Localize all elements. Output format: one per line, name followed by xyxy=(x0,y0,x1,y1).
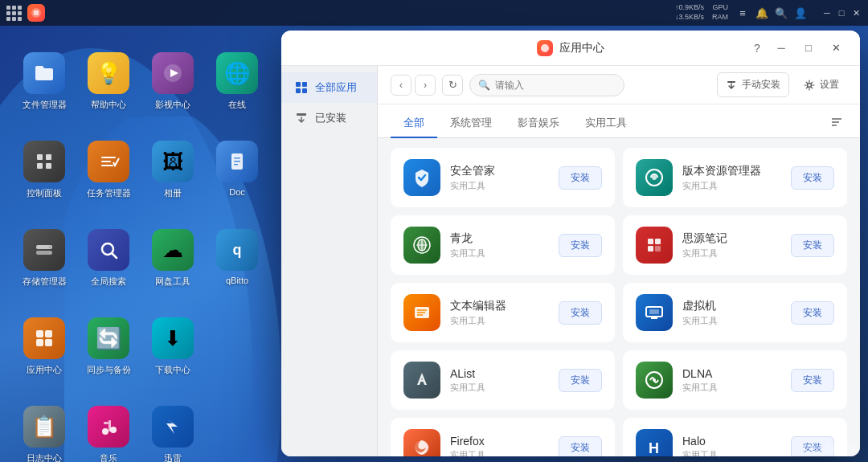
tab-system[interactable]: 系统管理 xyxy=(437,109,505,138)
maximize-main[interactable]: □ xyxy=(836,7,847,18)
tab-all[interactable]: 全部 xyxy=(391,109,437,138)
desktop-icon-search[interactable]: 全局搜索 xyxy=(76,221,141,309)
dlna-install-btn[interactable]: 安装 xyxy=(791,369,834,392)
security-icon xyxy=(403,159,440,196)
storage-icon xyxy=(23,229,65,271)
xunlei-label: 迅雷 xyxy=(164,452,182,462)
svg-rect-33 xyxy=(727,81,735,83)
desktop-icon-xunlei[interactable]: 迅雷 xyxy=(141,398,205,462)
watermark: 值 什么值得买 xyxy=(803,444,858,456)
security-install-btn[interactable]: 安装 xyxy=(559,166,602,190)
sidebar-item-installed[interactable]: 已安装 xyxy=(281,103,377,133)
app-row-2: 青龙 实用工具 安装 xyxy=(391,215,847,275)
desktop-icon-help[interactable]: 💡 帮助中心 xyxy=(76,44,141,133)
svg-rect-12 xyxy=(234,164,238,166)
desktop-icon-appcenter[interactable]: 应用中心 xyxy=(12,309,76,398)
desktop-icon-photos[interactable]: 🖼 相册 xyxy=(141,133,205,221)
svg-rect-7 xyxy=(101,161,111,162)
alist-install-btn[interactable]: 安装 xyxy=(559,369,602,392)
desktop-icon-video[interactable]: 影视中心 xyxy=(141,44,205,133)
sidebar: 全部应用 已安装 xyxy=(281,66,378,456)
desktop-icon-storage[interactable]: 存储管理器 xyxy=(12,221,76,309)
photos-label: 相册 xyxy=(164,187,182,199)
taskbar-app-icon[interactable] xyxy=(27,4,45,22)
desktop-icon-online[interactable]: 🌐 在线 xyxy=(205,44,269,133)
network-stats: ↑0.9KB/s ↓3.5KB/s xyxy=(675,3,704,22)
desktop-icons-grid: 文件管理器 💡 帮助中心 影视中心 🌐 在线 控制面板 xyxy=(0,32,289,462)
tab-media[interactable]: 影音娱乐 xyxy=(505,109,572,138)
taskbar-icon-search[interactable]: 🔍 xyxy=(775,6,788,19)
taskbar-icon-menu[interactable]: ≡ xyxy=(736,6,749,19)
back-button[interactable]: ‹ xyxy=(391,75,411,96)
editor-name: 文本编辑器 xyxy=(450,299,549,313)
grid-icon[interactable] xyxy=(6,6,21,20)
app-center-window: 应用中心 ? ─ □ ✕ 全部 xyxy=(281,31,860,456)
dlna-name: DLNA xyxy=(682,367,781,380)
app-row-3: 文本编辑器 实用工具 安装 xyxy=(391,283,847,342)
version-install-btn[interactable]: 安装 xyxy=(791,166,834,190)
cloud-label: 网盘工具 xyxy=(155,276,190,288)
desktop-icon-task[interactable]: 任务管理器 xyxy=(76,133,141,221)
desktop-icon-file-manager[interactable]: 文件管理器 xyxy=(12,44,76,133)
task-icon xyxy=(88,141,129,182)
dlna-icon xyxy=(636,362,673,399)
tab-utils[interactable]: 实用工具 xyxy=(572,109,640,138)
svg-rect-11 xyxy=(234,161,240,162)
manual-install-button[interactable]: 手动安装 xyxy=(717,72,789,97)
desktop-icon-cloud[interactable]: ☁ 网盘工具 xyxy=(141,221,205,309)
help-label: 帮助中心 xyxy=(91,99,126,111)
close-button[interactable]: ✕ xyxy=(825,39,847,57)
download-stat: ↓3.5KB/s xyxy=(675,13,704,22)
mindnote-name: 思源笔记 xyxy=(682,231,781,246)
desktop-icon-qbit[interactable]: q qBitto xyxy=(205,221,269,309)
window-body: 全部应用 已安装 ‹ › ↻ xyxy=(281,66,860,456)
desktop-icon-doc[interactable]: Doc xyxy=(205,133,269,221)
desktop-icon-music[interactable]: 音乐 xyxy=(76,398,141,462)
svg-rect-21 xyxy=(36,339,43,346)
mindnote-tag: 实用工具 xyxy=(682,247,781,260)
maximize-button[interactable]: □ xyxy=(797,39,820,57)
svg-point-15 xyxy=(49,246,51,248)
online-label: 在线 xyxy=(228,99,246,111)
forward-button[interactable]: › xyxy=(415,75,436,96)
refresh-button[interactable]: ↻ xyxy=(442,75,463,96)
photos-icon: 🖼 xyxy=(152,141,194,182)
version-tag: 实用工具 xyxy=(682,180,781,192)
firefox-install-btn[interactable]: 安装 xyxy=(559,436,602,457)
log-icon: 📋 xyxy=(23,406,65,448)
all-apps-label: 全部应用 xyxy=(315,80,357,95)
desktop-icon-sync[interactable]: 🔄 同步与备份 xyxy=(76,309,141,398)
help-button[interactable]: ? xyxy=(749,40,765,56)
firefox-icon xyxy=(403,429,440,456)
version-name: 版本资源管理器 xyxy=(682,164,781,178)
file-manager-label: 文件管理器 xyxy=(23,99,67,111)
desktop-icon-control[interactable]: 控制面板 xyxy=(12,133,76,221)
svg-rect-8 xyxy=(101,165,113,166)
video-icon xyxy=(152,52,194,94)
all-apps-icon xyxy=(294,80,309,95)
settings-button[interactable]: 设置 xyxy=(796,73,847,96)
mindnote-install-btn[interactable]: 安装 xyxy=(791,234,834,257)
vm-install-btn[interactable]: 安装 xyxy=(791,301,834,325)
minimize-button[interactable]: ─ xyxy=(770,39,792,57)
minimize-main[interactable]: ─ xyxy=(821,7,833,18)
sidebar-item-all-apps[interactable]: 全部应用 xyxy=(281,72,377,103)
search-input[interactable] xyxy=(495,80,616,91)
svg-rect-3 xyxy=(37,163,43,169)
svg-rect-5 xyxy=(46,163,51,169)
security-info: 安全管家 实用工具 xyxy=(450,164,549,192)
search-box[interactable]: 🔍 xyxy=(469,74,624,96)
taskbar-icon-user[interactable]: 👤 xyxy=(794,6,807,19)
taskbar-icon-bell[interactable]: 🔔 xyxy=(755,6,768,19)
qinglong-install-btn[interactable]: 安装 xyxy=(559,234,602,257)
svg-rect-28 xyxy=(296,82,301,87)
editor-install-btn[interactable]: 安装 xyxy=(559,301,602,325)
alist-name: AList xyxy=(450,367,549,380)
desktop-icon-log[interactable]: 📋 日志中心 xyxy=(12,398,76,462)
nav-buttons: ‹ › xyxy=(391,75,436,96)
close-main[interactable]: ✕ xyxy=(850,7,862,18)
security-tag: 实用工具 xyxy=(450,180,549,192)
desktop-icon-empty1 xyxy=(205,309,269,398)
sort-button[interactable] xyxy=(826,112,847,133)
desktop-icon-download[interactable]: ⬇ 下载中心 xyxy=(141,309,205,398)
